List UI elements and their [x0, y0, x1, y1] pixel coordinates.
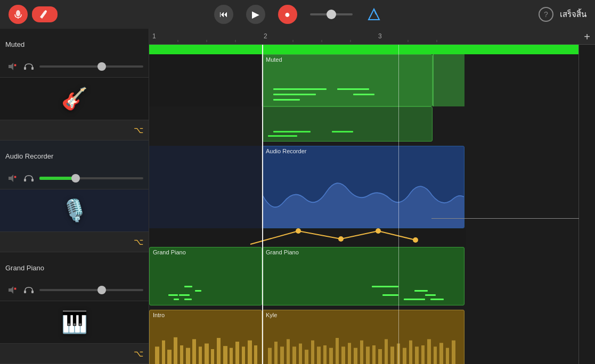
pencil-icon	[39, 10, 51, 19]
record-icon-btn[interactable]	[9, 5, 28, 24]
mic-icon	[13, 10, 23, 19]
svg-rect-83	[452, 341, 455, 364]
svg-rect-54	[274, 342, 278, 364]
volume-slider-track[interactable]	[310, 13, 353, 15]
record-button[interactable]: ●	[278, 5, 297, 24]
volume-thumb-piano[interactable]	[97, 286, 106, 294]
instrument-area-piano[interactable]: 🎹	[0, 301, 149, 343]
playhead-2	[398, 45, 399, 364]
pencil-btn[interactable]	[32, 6, 58, 22]
playhead[interactable]	[262, 45, 263, 364]
clip-label-muted: Muted	[266, 56, 282, 63]
mute-button-audio[interactable]	[5, 172, 18, 185]
clip-audio-empty[interactable]	[149, 146, 262, 228]
routing-icon-audio[interactable]: ⌥	[134, 237, 143, 247]
clip-audio-blue[interactable]: Audio Recorder	[262, 146, 464, 228]
headphone-button-piano[interactable]	[22, 284, 35, 296]
svg-rect-47	[223, 346, 227, 364]
svg-point-0	[16, 10, 20, 16]
svg-rect-50	[242, 346, 245, 364]
svg-rect-75	[403, 348, 406, 364]
routing-icon-muted[interactable]: ⌥	[134, 125, 143, 135]
svg-rect-69	[366, 346, 370, 364]
help-button[interactable]: ?	[539, 7, 553, 22]
tick-marks	[149, 36, 595, 42]
svg-rect-62	[323, 345, 327, 364]
track-bottom-piano: ⌥	[0, 343, 149, 363]
instrument-area-audio[interactable]: 🎙️	[0, 189, 149, 231]
rewind-button[interactable]: ⏮	[214, 5, 233, 24]
clip-muted-row2[interactable]	[262, 106, 433, 142]
svg-rect-76	[409, 341, 412, 364]
instrument-area-muted[interactable]: 🎸	[0, 77, 149, 120]
main-layout: Muted	[0, 29, 595, 364]
track-volume-row-audio	[0, 170, 149, 189]
track-volume-row-muted	[0, 58, 149, 77]
svg-rect-53	[268, 348, 272, 364]
svg-rect-57	[292, 346, 296, 364]
svg-point-35	[413, 237, 418, 243]
mute-icon	[7, 62, 17, 71]
play-button[interactable]: ▶	[246, 5, 265, 24]
volume-thumb-audio[interactable]	[71, 174, 80, 183]
track-content[interactable]: Muted	[149, 45, 595, 364]
tick-svg	[149, 37, 595, 42]
clip-piano-right[interactable]: Grand Piano	[262, 247, 464, 305]
svg-rect-68	[360, 341, 363, 364]
track-name-piano: Grand Piano	[5, 264, 143, 272]
ruler-marks-container: 1 2 3	[149, 29, 595, 42]
svg-rect-77	[415, 346, 419, 364]
svg-rect-60	[311, 341, 314, 364]
svg-rect-38	[167, 350, 172, 364]
timeline-area: 1 2 3	[149, 29, 595, 364]
kyle-right-waveform	[265, 334, 461, 364]
svg-rect-82	[446, 348, 449, 364]
svg-rect-63	[329, 348, 333, 364]
finish-button[interactable]: เสร็จสิ้น	[560, 8, 586, 21]
svg-rect-40	[180, 345, 183, 364]
svg-marker-9	[9, 175, 13, 182]
svg-rect-41	[186, 348, 190, 364]
headphone-button-audio[interactable]	[22, 172, 35, 185]
clip-label-audio: Audio Recorder	[266, 148, 306, 154]
svg-rect-7	[24, 67, 26, 70]
svg-rect-36	[155, 346, 159, 364]
volume-slider-audio[interactable]	[39, 177, 143, 179]
headphone-button-muted[interactable]	[22, 60, 35, 73]
volume-thumb-muted[interactable]	[97, 62, 106, 71]
svg-rect-18	[31, 291, 34, 293]
routing-icon-piano[interactable]: ⌥	[134, 349, 143, 359]
svg-marker-2	[369, 9, 379, 20]
clip-piano-left[interactable]: Grand Piano	[149, 247, 262, 305]
metronome-button[interactable]	[365, 6, 382, 23]
headphone-icon-audio	[23, 174, 34, 183]
volume-slider-muted[interactable]	[39, 65, 143, 68]
clip-kyle-intro[interactable]: Intro	[149, 310, 262, 364]
svg-rect-67	[354, 348, 357, 364]
timeline-ruler[interactable]: 1 2 3	[149, 29, 595, 45]
volume-slider-thumb[interactable]	[327, 10, 336, 19]
sidebar: Muted	[0, 29, 149, 364]
svg-rect-58	[299, 344, 302, 365]
clip-muted-empty[interactable]	[149, 54, 262, 106]
svg-rect-52	[254, 345, 257, 364]
headphone-icon	[23, 62, 34, 71]
track-header-muted: Muted	[0, 29, 149, 58]
add-track-button[interactable]: +	[579, 29, 595, 45]
svg-rect-81	[439, 343, 443, 364]
clip-kyle-kyle[interactable]: Kyle	[262, 310, 464, 364]
kyle-intro-waveform	[152, 334, 259, 364]
track-volume-row-piano	[0, 282, 149, 301]
volume-slider-piano[interactable]	[39, 289, 143, 291]
svg-rect-13	[31, 179, 34, 181]
clip-muted-green[interactable]: Muted	[262, 54, 433, 106]
svg-rect-17	[24, 291, 26, 293]
mute-button-piano[interactable]	[5, 284, 18, 296]
plus-icon: +	[584, 31, 590, 43]
svg-rect-37	[162, 341, 165, 364]
mute-button-muted[interactable]	[5, 60, 18, 73]
svg-rect-44	[205, 344, 209, 365]
track-lane-muted: Muted	[0, 29, 149, 140]
svg-rect-65	[341, 346, 345, 364]
track-header-piano: Grand Piano	[0, 252, 149, 282]
